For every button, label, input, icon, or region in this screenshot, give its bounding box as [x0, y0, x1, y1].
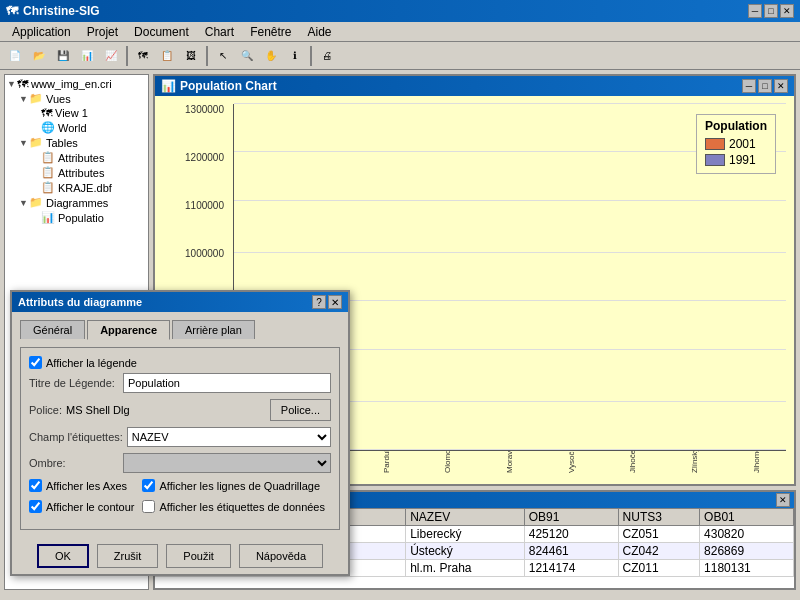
toolbar-save[interactable]: 💾: [52, 45, 74, 67]
tree-tables[interactable]: ▼ 📁 Tables: [7, 135, 146, 150]
toolbar-select[interactable]: ↖: [212, 45, 234, 67]
tab-apparence[interactable]: Apparence: [87, 320, 170, 340]
tree-attr2[interactable]: 📋 Attributes: [7, 165, 146, 180]
toolbar-zoom[interactable]: 🔍: [236, 45, 258, 67]
menu-application[interactable]: Application: [4, 24, 79, 40]
table-cell: 430820: [700, 526, 794, 543]
tree-attr1[interactable]: 📋 Attributes: [7, 150, 146, 165]
close-button[interactable]: ✕: [780, 4, 794, 18]
tab-arriere[interactable]: Arrière plan: [172, 320, 255, 339]
tree-view1-icon: 🗺: [41, 107, 52, 119]
show-axes-label: Afficher les Axes: [46, 480, 127, 492]
toolbar-map[interactable]: 🗺: [132, 45, 154, 67]
legend-title-row: Titre de Légende:: [29, 373, 331, 393]
cancel-button[interactable]: Zrušit: [97, 544, 159, 568]
show-axes-row: Afficher les Axes: [29, 479, 134, 492]
apply-button[interactable]: Použit: [166, 544, 231, 568]
font-button[interactable]: Police...: [270, 399, 331, 421]
chart-icon: 📊: [161, 79, 176, 93]
toolbar-chart2[interactable]: 📈: [100, 45, 122, 67]
help-button[interactable]: Nápověda: [239, 544, 323, 568]
tree-attr1-label: Attributes: [58, 152, 104, 164]
show-legend-row: Afficher la légende: [29, 356, 331, 369]
menu-aide[interactable]: Aide: [299, 24, 339, 40]
show-legend-checkbox[interactable]: [29, 356, 42, 369]
dialog-title-bar: Attributs du diagramme ? ✕: [12, 292, 348, 312]
toolbar-table[interactable]: 📋: [156, 45, 178, 67]
chart-minimize[interactable]: ─: [742, 79, 756, 93]
tree-root-label: www_img_en.cri: [31, 78, 112, 90]
menu-document[interactable]: Document: [126, 24, 197, 40]
ok-button[interactable]: OK: [37, 544, 89, 568]
tab-content: Afficher la légende Titre de Légende: Po…: [20, 347, 340, 530]
toolbar-open[interactable]: 📂: [28, 45, 50, 67]
toolbar-new[interactable]: 📄: [4, 45, 26, 67]
legend-title: Population: [705, 119, 767, 133]
col-nazev: NAZEV: [406, 509, 525, 526]
tree-world[interactable]: 🌐 World: [7, 120, 146, 135]
show-grid-checkbox[interactable]: [142, 479, 155, 492]
toolbar-print[interactable]: 🖨: [316, 45, 338, 67]
table-cell: CZ051: [618, 526, 699, 543]
y-label-1200000: 1200000: [185, 152, 224, 163]
tab-general[interactable]: Général: [20, 320, 85, 339]
tree-kraje[interactable]: 📋 KRAJE.dbf: [7, 180, 146, 195]
toolbar-sep1: [126, 46, 128, 66]
table-cell: 824461: [524, 543, 618, 560]
tree-expand-vues: ▼: [19, 94, 27, 104]
col-ob91: OB91: [524, 509, 618, 526]
x-label: Jihočeský: [628, 451, 637, 473]
tree-root[interactable]: ▼ 🗺 www_img_en.cri: [7, 77, 146, 91]
show-axes-checkbox[interactable]: [29, 479, 42, 492]
x-label: Zlínský: [690, 451, 699, 473]
field-row: Champ l'étiquettes: NAZEV: [29, 427, 331, 447]
tree-populatio[interactable]: 📊 Populatio: [7, 210, 146, 225]
x-label-group: Moravskoslezský: [480, 451, 540, 476]
legend-item-2001: 2001: [705, 137, 767, 151]
dialog[interactable]: Attributs du diagramme ? ✕ Général Appar…: [10, 290, 350, 576]
font-name: MS Shell Dlg: [66, 404, 266, 416]
shadow-select[interactable]: [123, 453, 331, 473]
dialog-close-btn[interactable]: ✕: [328, 295, 342, 309]
bottom-checkboxes: Afficher les Axes Afficher le contour Af…: [29, 479, 331, 517]
toolbar-pan[interactable]: ✋: [260, 45, 282, 67]
show-legend-label: Afficher la légende: [46, 357, 137, 369]
toolbar-info[interactable]: ℹ: [284, 45, 306, 67]
dialog-help-btn[interactable]: ?: [312, 295, 326, 309]
shadow-row: Ombre:: [29, 453, 331, 473]
y-label-1100000: 1100000: [185, 200, 224, 211]
toolbar-chart1[interactable]: 📊: [76, 45, 98, 67]
menu-chart[interactable]: Chart: [197, 24, 242, 40]
maximize-button[interactable]: □: [764, 4, 778, 18]
shadow-label: Ombre:: [29, 457, 119, 469]
tree-expand-diag: ▼: [19, 198, 27, 208]
table-cell: CZ042: [618, 543, 699, 560]
app-title: Christine-SIG: [23, 4, 100, 18]
field-select[interactable]: NAZEV: [127, 427, 331, 447]
tree-diagrammes[interactable]: ▼ 📁 Diagrammes: [7, 195, 146, 210]
show-data-labels-checkbox[interactable]: [142, 500, 155, 513]
x-label-group: Zlínský: [665, 451, 725, 476]
minimize-button[interactable]: ─: [748, 4, 762, 18]
chart-maximize[interactable]: □: [758, 79, 772, 93]
data-panel-close[interactable]: ✕: [776, 493, 790, 507]
y-label-1300000: 1300000: [185, 104, 224, 115]
x-label: Moravskoslezský: [505, 451, 514, 473]
dialog-title: Attributs du diagramme: [18, 296, 142, 308]
toolbar-img[interactable]: 🖼: [180, 45, 202, 67]
x-label: Jihomoravský: [752, 451, 761, 473]
tree-vues[interactable]: ▼ 📁 Vues: [7, 91, 146, 106]
menu-projet[interactable]: Projet: [79, 24, 126, 40]
tree-view1[interactable]: 🗺 View 1: [7, 106, 146, 120]
show-contour-checkbox[interactable]: [29, 500, 42, 513]
legend-title-label: Titre de Légende:: [29, 377, 119, 389]
app-icon: 🗺: [6, 4, 18, 18]
tree-attr1-icon: 📋: [41, 151, 55, 164]
chart-close[interactable]: ✕: [774, 79, 788, 93]
font-label: Police:: [29, 404, 62, 416]
dialog-footer: OK Zrušit Použit Nápověda: [12, 538, 348, 574]
legend-title-input[interactable]: [123, 373, 331, 393]
table-cell: Ústecký: [406, 543, 525, 560]
menu-fenetre[interactable]: Fenêtre: [242, 24, 299, 40]
table-cell: 425120: [524, 526, 618, 543]
